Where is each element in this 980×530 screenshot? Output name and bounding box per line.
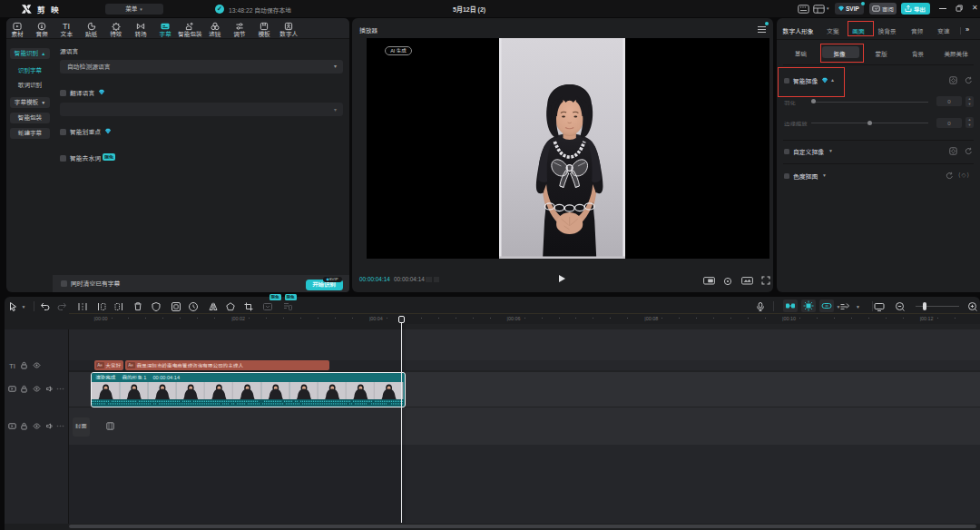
svg-text:TI: TI (9, 361, 15, 369)
svg-text:TI: TI (63, 22, 70, 31)
